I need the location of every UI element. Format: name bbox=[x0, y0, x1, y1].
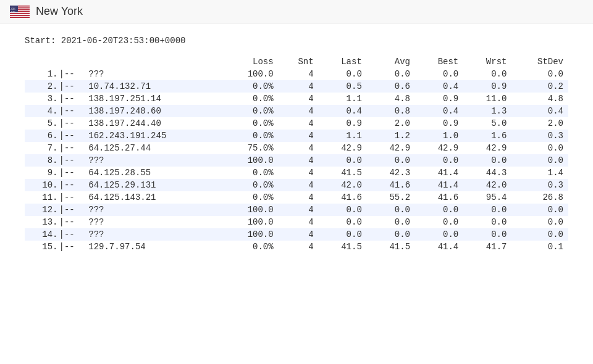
table-header-row: Loss Snt Last Avg Best Wrst StDev bbox=[25, 56, 568, 68]
row-tree: |-- bbox=[59, 130, 84, 142]
row-number: 12. bbox=[25, 204, 59, 216]
row-last: 1.1 bbox=[319, 130, 367, 142]
row-snt: 4 bbox=[279, 154, 319, 167]
row-best: 41.4 bbox=[415, 167, 463, 179]
row-loss: 0.0% bbox=[222, 80, 278, 93]
row-avg: 41.6 bbox=[367, 179, 415, 191]
row-last: 0.0 bbox=[319, 216, 367, 228]
row-last: 0.4 bbox=[319, 105, 367, 117]
row-stdev: 0.1 bbox=[511, 241, 568, 253]
row-avg: 0.6 bbox=[367, 80, 415, 93]
row-tree: |-- bbox=[59, 179, 84, 191]
row-snt: 4 bbox=[279, 179, 319, 191]
row-wrst: 0.0 bbox=[463, 228, 511, 241]
row-loss: 75.0% bbox=[222, 142, 278, 154]
row-last: 42.9 bbox=[319, 142, 367, 154]
row-stdev: 0.0 bbox=[511, 204, 568, 216]
row-loss: 0.0% bbox=[222, 93, 278, 105]
row-stdev: 4.8 bbox=[511, 93, 568, 105]
row-number: 6. bbox=[25, 130, 59, 142]
row-host: 64.125.29.131 bbox=[83, 179, 222, 191]
main-content: Start: 2021-06-20T23:53:00+0000 Loss Snt… bbox=[0, 23, 593, 265]
table-row: 1.|-- ???100.040.00.00.00.00.0 bbox=[25, 68, 568, 80]
row-tree: |-- bbox=[59, 142, 84, 154]
row-tree: |-- bbox=[59, 241, 84, 253]
row-host: 129.7.97.54 bbox=[83, 241, 222, 253]
row-host: 64.125.143.21 bbox=[83, 191, 222, 204]
row-snt: 4 bbox=[279, 80, 319, 93]
row-snt: 4 bbox=[279, 142, 319, 154]
row-last: 1.1 bbox=[319, 93, 367, 105]
svg-text:★★★★★: ★★★★★ bbox=[11, 10, 15, 12]
row-tree: |-- bbox=[59, 191, 84, 204]
row-number: 1. bbox=[25, 68, 59, 80]
row-last: 41.5 bbox=[319, 241, 367, 253]
row-number: 5. bbox=[25, 117, 59, 130]
row-host: 138.197.251.14 bbox=[83, 93, 222, 105]
row-snt: 4 bbox=[279, 68, 319, 80]
row-number: 7. bbox=[25, 142, 59, 154]
row-number: 11. bbox=[25, 191, 59, 204]
table-row: 5.|-- 138.197.244.400.0%40.92.00.95.02.0 bbox=[25, 117, 568, 130]
row-wrst: 11.0 bbox=[463, 93, 511, 105]
row-wrst: 0.0 bbox=[463, 68, 511, 80]
row-stdev: 0.0 bbox=[511, 228, 568, 241]
row-best: 41.6 bbox=[415, 191, 463, 204]
table-row: 9.|-- 64.125.28.550.0%441.542.341.444.31… bbox=[25, 167, 568, 179]
table-row: 11.|-- 64.125.143.210.0%441.655.241.695.… bbox=[25, 191, 568, 204]
row-loss: 0.0% bbox=[222, 179, 278, 191]
row-loss: 100.0 bbox=[222, 154, 278, 167]
row-number: 3. bbox=[25, 93, 59, 105]
row-wrst: 0.0 bbox=[463, 154, 511, 167]
row-best: 0.9 bbox=[415, 117, 463, 130]
row-last: 0.0 bbox=[319, 204, 367, 216]
row-avg: 42.9 bbox=[367, 142, 415, 154]
row-loss: 0.0% bbox=[222, 241, 278, 253]
row-wrst: 0.0 bbox=[463, 216, 511, 228]
row-avg: 41.5 bbox=[367, 241, 415, 253]
row-host: ??? bbox=[83, 228, 222, 241]
row-stdev: 26.8 bbox=[511, 191, 568, 204]
row-tree: |-- bbox=[59, 80, 84, 93]
row-best: 41.4 bbox=[415, 179, 463, 191]
row-wrst: 95.4 bbox=[463, 191, 511, 204]
row-loss: 100.0 bbox=[222, 68, 278, 80]
row-loss: 0.0% bbox=[222, 130, 278, 142]
row-last: 41.6 bbox=[319, 191, 367, 204]
table-row: 10.|-- 64.125.29.1310.0%442.041.641.442.… bbox=[25, 179, 568, 191]
row-last: 0.5 bbox=[319, 80, 367, 93]
row-stdev: 0.0 bbox=[511, 216, 568, 228]
row-avg: 1.2 bbox=[367, 130, 415, 142]
row-host: ??? bbox=[83, 216, 222, 228]
row-host: ??? bbox=[83, 68, 222, 80]
col-header-avg: Avg bbox=[367, 56, 415, 68]
row-tree: |-- bbox=[59, 216, 84, 228]
row-stdev: 0.2 bbox=[511, 80, 568, 93]
svg-rect-7 bbox=[10, 12, 30, 13]
row-wrst: 0.0 bbox=[463, 204, 511, 216]
row-tree: |-- bbox=[59, 228, 84, 241]
row-loss: 0.0% bbox=[222, 105, 278, 117]
row-best: 42.9 bbox=[415, 142, 463, 154]
row-wrst: 1.3 bbox=[463, 105, 511, 117]
row-snt: 4 bbox=[279, 117, 319, 130]
row-number: 14. bbox=[25, 228, 59, 241]
table-row: 7.|-- 64.125.27.4475.0%442.942.942.942.9… bbox=[25, 142, 568, 154]
svg-rect-9 bbox=[10, 14, 30, 15]
row-wrst: 5.0 bbox=[463, 117, 511, 130]
row-wrst: 44.3 bbox=[463, 167, 511, 179]
row-avg: 4.8 bbox=[367, 93, 415, 105]
table-row: 15.|-- 129.7.97.540.0%441.541.541.441.70… bbox=[25, 241, 568, 253]
svg-rect-11 bbox=[10, 15, 30, 17]
row-tree: |-- bbox=[59, 117, 84, 130]
row-best: 1.0 bbox=[415, 130, 463, 142]
row-host: 162.243.191.245 bbox=[83, 130, 222, 142]
row-best: 0.4 bbox=[415, 80, 463, 93]
row-host: 64.125.28.55 bbox=[83, 167, 222, 179]
row-tree: |-- bbox=[59, 105, 84, 117]
row-number: 13. bbox=[25, 216, 59, 228]
row-number: 9. bbox=[25, 167, 59, 179]
row-avg: 0.0 bbox=[367, 228, 415, 241]
row-wrst: 1.6 bbox=[463, 130, 511, 142]
row-stdev: 2.0 bbox=[511, 117, 568, 130]
